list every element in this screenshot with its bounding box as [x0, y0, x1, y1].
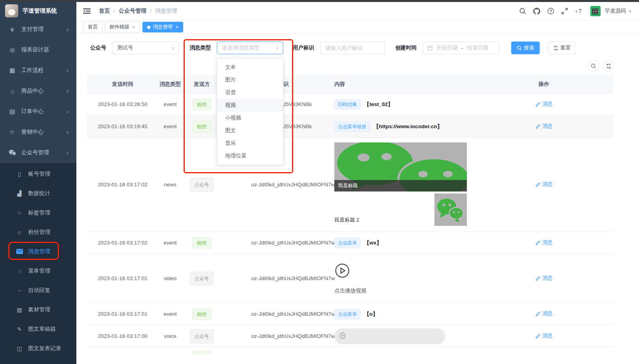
dropdown-option[interactable]: 图文: [217, 124, 283, 137]
cell-content: 点击菜单【wx】: [334, 238, 474, 248]
tab-mail-template[interactable]: 邮件模版×: [105, 22, 140, 32]
page-tabs-bar: 首页邮件模版×消息管理×: [76, 21, 639, 34]
sidebar-item-product-center[interactable]: ⌂商品中心∨: [0, 81, 76, 101]
sidebar-item-payment[interactable]: ¥支付管理∨: [0, 19, 76, 40]
github-icon[interactable]: [533, 8, 540, 15]
tab-message-management[interactable]: 消息管理×: [142, 22, 184, 32]
dropdown-option[interactable]: 图片: [217, 74, 283, 86]
help-icon[interactable]: ?: [547, 8, 554, 15]
table-row: 2023-01-16 03:17:00voice公众号oz-Jdt0kd_jdh…: [87, 325, 613, 347]
reset-button-label: 重置: [560, 44, 571, 51]
collapse-sidebar-icon[interactable]: [83, 8, 91, 14]
account-select[interactable]: 测试号 ∨: [112, 42, 179, 54]
sidebar-item-report-designer[interactable]: ◎报表设计器: [0, 40, 76, 60]
end-date-placeholder[interactable]: 结束日期: [467, 44, 488, 51]
user-openid: oz-Jdt0kd_jdhUxJHQdBJMIOFN7w: [251, 275, 335, 281]
message-action-link[interactable]: 消息: [535, 332, 553, 339]
sidebar-subitem-menu[interactable]: ☝菜单管理: [0, 261, 76, 281]
cell-message-type: event: [158, 240, 182, 246]
reset-button[interactable]: 重置: [548, 42, 576, 54]
dropdown-option[interactable]: 音乐: [217, 137, 283, 150]
message-action-link[interactable]: 消息: [535, 239, 553, 246]
dropdown-option[interactable]: 视频: [217, 99, 283, 112]
sidebar-subitem-draft-box[interactable]: ✎图文草稿箱: [0, 319, 76, 339]
search-button[interactable]: 搜索: [511, 42, 540, 54]
search-button-label: 搜索: [524, 44, 534, 51]
sidebar-subitem-label: 账号管理: [28, 171, 50, 178]
news-article-card[interactable]: 我是标题: [334, 142, 467, 191]
breadcrumb-home[interactable]: 首页: [99, 8, 110, 15]
content-text: 【o】: [364, 311, 378, 317]
voice-player[interactable]: [334, 328, 445, 344]
window-top-edge: [0, 0, 639, 2]
search-icon[interactable]: [519, 8, 526, 15]
sidebar-item-marketing-center[interactable]: ☆营销中心∨: [0, 122, 76, 142]
cell-sender: 公众号: [182, 329, 222, 343]
date-range-picker[interactable]: 开始日期 - 结束日期: [423, 42, 499, 54]
cell-content: 点击播放视频: [334, 257, 474, 300]
cell-content: [334, 328, 474, 344]
topbar: 首页 / 公众号管理 / 消息管理 ?TT 芋道源码 ▾: [76, 2, 639, 21]
close-tab-icon[interactable]: ×: [176, 25, 179, 30]
app-logo[interactable]: 芋道管理系统: [0, 0, 76, 19]
news-article-item[interactable]: 我是标题 2: [334, 193, 467, 226]
table-body: 2023-01-16 03:26:50event粉丝dJ5V83KNBk扫码结果…: [87, 93, 613, 364]
dropdown-option[interactable]: 语音: [217, 86, 283, 99]
yen-icon: ¥: [8, 26, 16, 33]
sender-badge: 粉丝: [192, 308, 212, 320]
start-date-placeholder[interactable]: 开始日期: [436, 44, 458, 51]
sidebar-subitem-message[interactable]: 消息管理: [0, 242, 76, 261]
message-type-select[interactable]: 请选择消息类型 ∧: [217, 42, 283, 54]
message-action-link[interactable]: 消息: [535, 310, 553, 317]
message-action-link[interactable]: 消息: [535, 181, 553, 188]
sidebar-subitem-label: 消息管理: [28, 248, 50, 255]
message-action-link[interactable]: 消息: [535, 100, 553, 108]
sidebar-subitem-auto-reply[interactable]: ⌣自动回复: [0, 281, 76, 300]
sidebar-item-label: 支付管理: [21, 26, 44, 33]
refresh-table-button[interactable]: [603, 60, 614, 72]
show-search-toggle-button[interactable]: [588, 60, 599, 72]
sidebar-subitem-statistics[interactable]: ▟数据统计: [0, 184, 76, 203]
sidebar-subitem-tag[interactable]: ☆标签管理: [0, 203, 76, 222]
tab-home[interactable]: 首页: [83, 22, 102, 32]
breadcrumb-mp-management[interactable]: 公众号管理: [119, 8, 146, 15]
user-id-input[interactable]: [320, 42, 385, 54]
close-tab-icon[interactable]: ×: [132, 25, 135, 30]
cell-message-type: news: [158, 182, 182, 188]
cell-sender: 粉丝: [182, 347, 222, 355]
tab-label: 邮件模版: [110, 24, 129, 30]
topbar-actions: ?TT 芋道源码 ▾: [519, 6, 631, 16]
user-name[interactable]: 芋道源码: [605, 8, 626, 15]
sidebar-item-workflow[interactable]: ▦工作流程∨: [0, 60, 76, 81]
publish-record-icon: ◫: [15, 345, 23, 352]
message-action-link[interactable]: 消息: [535, 275, 553, 282]
sidebar-subitem-account[interactable]: ▯账号管理: [0, 164, 76, 184]
font-size-icon[interactable]: TT: [575, 8, 584, 14]
sidebar-item-order-center[interactable]: ▤订单中心∨: [0, 101, 76, 122]
dropdown-option[interactable]: 地理位置: [217, 150, 283, 162]
dropdown-option[interactable]: 小视频: [217, 112, 283, 124]
statistics-icon: ▟: [15, 190, 23, 197]
sidebar-subitem-label: 数据统计: [28, 190, 50, 197]
cell-send-time: 2023-01-16 03:17:01: [87, 311, 158, 317]
cell-send-time: 2023-01-16 03:17:00: [87, 333, 158, 339]
sidebar-subitem-fans[interactable]: ☺粉丝管理: [0, 222, 76, 242]
play-video-button[interactable]: [334, 263, 350, 280]
sidebar-subitem-publish-record[interactable]: ◫图文发表记录: [0, 339, 76, 358]
dropdown-option[interactable]: 文本: [217, 61, 283, 74]
chevron-up-icon: ∧: [66, 151, 69, 155]
chevron-down-icon: ∨: [172, 46, 175, 51]
user-menu-caret-icon[interactable]: ▾: [629, 9, 631, 13]
tab-label: 消息管理: [153, 24, 173, 30]
message-action-link[interactable]: 消息: [535, 123, 553, 130]
column-header-2: 消息类型: [158, 81, 182, 88]
pencil-icon: [535, 124, 540, 129]
user-avatar[interactable]: [590, 6, 601, 16]
sender-badge: 公众号: [190, 329, 214, 343]
content-event-tag: 点击菜单链接: [334, 121, 370, 132]
fullscreen-icon[interactable]: [561, 8, 568, 15]
sidebar-item-mp-management[interactable]: 公众号管理∧: [0, 142, 76, 163]
chevron-down-icon: ∨: [66, 68, 69, 73]
sidebar-subitem-material[interactable]: ▧素材管理: [0, 300, 76, 319]
cell-message-type: event: [158, 311, 182, 317]
